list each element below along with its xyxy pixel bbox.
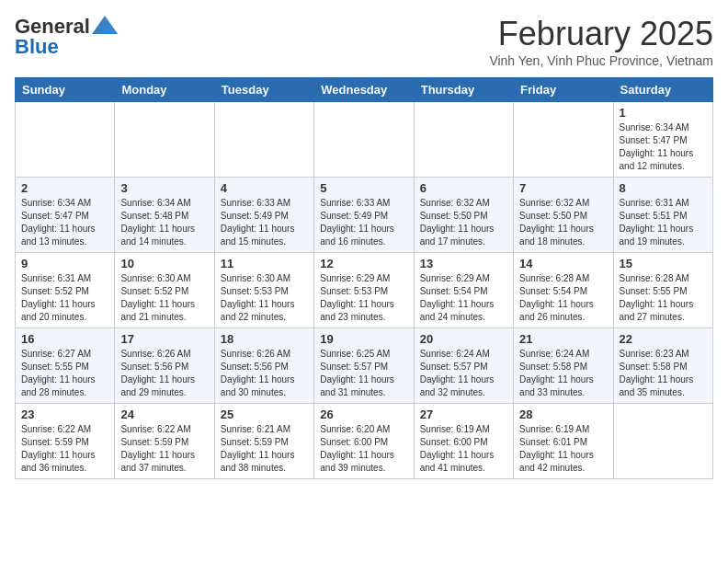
day-number: 17 xyxy=(120,332,208,346)
day-number: 2 xyxy=(21,181,108,195)
day-number: 10 xyxy=(120,257,208,270)
day-info: Sunrise: 6:32 AM Sunset: 5:50 PM Dayligh… xyxy=(519,197,607,248)
day-info: Sunrise: 6:26 AM Sunset: 5:56 PM Dayligh… xyxy=(120,348,208,399)
calendar-cell: 16Sunrise: 6:27 AM Sunset: 5:55 PM Dayli… xyxy=(16,328,115,404)
calendar-cell: 20Sunrise: 6:24 AM Sunset: 5:57 PM Dayli… xyxy=(414,328,513,404)
calendar-cell: 18Sunrise: 6:26 AM Sunset: 5:56 PM Dayli… xyxy=(214,328,313,404)
day-number: 14 xyxy=(519,257,607,270)
day-info: Sunrise: 6:19 AM Sunset: 6:00 PM Dayligh… xyxy=(420,423,507,475)
calendar-cell xyxy=(613,404,712,479)
weekday-header-saturday: Saturday xyxy=(613,78,712,102)
calendar-cell: 12Sunrise: 6:29 AM Sunset: 5:53 PM Dayli… xyxy=(314,253,414,328)
day-info: Sunrise: 6:25 AM Sunset: 5:57 PM Dayligh… xyxy=(320,348,407,399)
calendar-week-row: 2Sunrise: 6:34 AM Sunset: 5:47 PM Daylig… xyxy=(16,178,713,253)
day-info: Sunrise: 6:26 AM Sunset: 5:56 PM Dayligh… xyxy=(221,348,308,399)
logo: General Blue xyxy=(15,15,118,59)
calendar-table: SundayMondayTuesdayWednesdayThursdayFrid… xyxy=(15,77,713,479)
page-header: General Blue February 2025 Vinh Yen, Vin… xyxy=(15,15,713,68)
day-number: 13 xyxy=(420,257,507,270)
calendar-cell: 27Sunrise: 6:19 AM Sunset: 6:00 PM Dayli… xyxy=(414,404,513,479)
day-info: Sunrise: 6:31 AM Sunset: 5:51 PM Dayligh… xyxy=(620,197,707,248)
day-number: 1 xyxy=(620,106,707,120)
day-number: 12 xyxy=(320,257,407,270)
calendar-cell: 26Sunrise: 6:20 AM Sunset: 6:00 PM Dayli… xyxy=(314,404,414,479)
calendar-week-row: 16Sunrise: 6:27 AM Sunset: 5:55 PM Dayli… xyxy=(16,328,713,404)
calendar-cell: 1Sunrise: 6:34 AM Sunset: 5:47 PM Daylig… xyxy=(613,102,712,178)
day-info: Sunrise: 6:34 AM Sunset: 5:47 PM Dayligh… xyxy=(620,121,707,173)
weekday-header-sunday: Sunday xyxy=(16,78,115,102)
calendar-cell: 28Sunrise: 6:19 AM Sunset: 6:01 PM Dayli… xyxy=(514,404,613,479)
calendar-cell: 22Sunrise: 6:23 AM Sunset: 5:58 PM Dayli… xyxy=(613,328,712,404)
day-info: Sunrise: 6:24 AM Sunset: 5:58 PM Dayligh… xyxy=(519,348,607,399)
calendar-cell: 15Sunrise: 6:28 AM Sunset: 5:55 PM Dayli… xyxy=(613,253,712,328)
calendar-header-row: SundayMondayTuesdayWednesdayThursdayFrid… xyxy=(16,78,713,102)
weekday-header-monday: Monday xyxy=(115,78,214,102)
calendar-cell: 3Sunrise: 6:34 AM Sunset: 5:48 PM Daylig… xyxy=(115,178,214,253)
calendar-cell: 13Sunrise: 6:29 AM Sunset: 5:54 PM Dayli… xyxy=(414,253,513,328)
calendar-cell: 10Sunrise: 6:30 AM Sunset: 5:52 PM Dayli… xyxy=(115,253,214,328)
day-info: Sunrise: 6:34 AM Sunset: 5:47 PM Dayligh… xyxy=(21,197,108,248)
day-info: Sunrise: 6:32 AM Sunset: 5:50 PM Dayligh… xyxy=(420,197,507,248)
calendar-cell xyxy=(514,102,613,178)
day-number: 7 xyxy=(519,181,607,195)
day-info: Sunrise: 6:28 AM Sunset: 5:54 PM Dayligh… xyxy=(519,272,607,324)
weekday-header-thursday: Thursday xyxy=(414,78,513,102)
calendar-cell xyxy=(115,102,214,178)
weekday-header-friday: Friday xyxy=(514,78,613,102)
calendar-cell: 7Sunrise: 6:32 AM Sunset: 5:50 PM Daylig… xyxy=(514,178,613,253)
day-number: 20 xyxy=(420,332,507,346)
title-block: February 2025 Vinh Yen, Vinh Phuc Provin… xyxy=(489,15,713,68)
day-number: 28 xyxy=(519,408,607,421)
day-number: 27 xyxy=(420,408,507,421)
calendar-week-row: 1Sunrise: 6:34 AM Sunset: 5:47 PM Daylig… xyxy=(16,102,713,178)
calendar-week-row: 9Sunrise: 6:31 AM Sunset: 5:52 PM Daylig… xyxy=(16,253,713,328)
day-info: Sunrise: 6:27 AM Sunset: 5:55 PM Dayligh… xyxy=(21,348,108,399)
calendar-cell: 2Sunrise: 6:34 AM Sunset: 5:47 PM Daylig… xyxy=(16,178,115,253)
day-info: Sunrise: 6:33 AM Sunset: 5:49 PM Dayligh… xyxy=(320,197,407,248)
calendar-cell: 23Sunrise: 6:22 AM Sunset: 5:59 PM Dayli… xyxy=(16,404,115,479)
day-info: Sunrise: 6:19 AM Sunset: 6:01 PM Dayligh… xyxy=(519,423,607,475)
day-info: Sunrise: 6:33 AM Sunset: 5:49 PM Dayligh… xyxy=(221,197,308,248)
day-number: 6 xyxy=(420,181,507,195)
day-number: 15 xyxy=(620,257,707,270)
day-number: 23 xyxy=(21,408,108,421)
calendar-cell xyxy=(314,102,414,178)
logo-icon xyxy=(92,16,118,34)
calendar-cell: 17Sunrise: 6:26 AM Sunset: 5:56 PM Dayli… xyxy=(115,328,214,404)
weekday-header-wednesday: Wednesday xyxy=(314,78,414,102)
calendar-cell xyxy=(214,102,313,178)
calendar-cell: 21Sunrise: 6:24 AM Sunset: 5:58 PM Dayli… xyxy=(514,328,613,404)
calendar-cell xyxy=(16,102,115,178)
day-info: Sunrise: 6:34 AM Sunset: 5:48 PM Dayligh… xyxy=(120,197,208,248)
calendar-cell: 5Sunrise: 6:33 AM Sunset: 5:49 PM Daylig… xyxy=(314,178,414,253)
month-title: February 2025 xyxy=(489,15,713,53)
calendar-cell: 14Sunrise: 6:28 AM Sunset: 5:54 PM Dayli… xyxy=(514,253,613,328)
day-number: 8 xyxy=(620,181,707,195)
calendar-cell: 24Sunrise: 6:22 AM Sunset: 5:59 PM Dayli… xyxy=(115,404,214,479)
day-number: 16 xyxy=(21,332,108,346)
calendar-week-row: 23Sunrise: 6:22 AM Sunset: 5:59 PM Dayli… xyxy=(16,404,713,479)
day-number: 21 xyxy=(519,332,607,346)
day-number: 18 xyxy=(221,332,308,346)
calendar-cell xyxy=(414,102,513,178)
calendar-cell: 4Sunrise: 6:33 AM Sunset: 5:49 PM Daylig… xyxy=(214,178,313,253)
day-number: 22 xyxy=(620,332,707,346)
day-info: Sunrise: 6:21 AM Sunset: 5:59 PM Dayligh… xyxy=(221,423,308,475)
weekday-header-tuesday: Tuesday xyxy=(214,78,313,102)
day-number: 25 xyxy=(221,408,308,421)
calendar-cell: 8Sunrise: 6:31 AM Sunset: 5:51 PM Daylig… xyxy=(613,178,712,253)
day-info: Sunrise: 6:24 AM Sunset: 5:57 PM Dayligh… xyxy=(420,348,507,399)
day-info: Sunrise: 6:29 AM Sunset: 5:53 PM Dayligh… xyxy=(320,272,407,324)
calendar-cell: 25Sunrise: 6:21 AM Sunset: 5:59 PM Dayli… xyxy=(214,404,313,479)
day-number: 24 xyxy=(120,408,208,421)
logo-blue: Blue xyxy=(15,35,59,59)
day-number: 9 xyxy=(21,257,108,270)
day-number: 3 xyxy=(120,181,208,195)
day-info: Sunrise: 6:31 AM Sunset: 5:52 PM Dayligh… xyxy=(21,272,108,324)
day-info: Sunrise: 6:20 AM Sunset: 6:00 PM Dayligh… xyxy=(320,423,407,475)
day-info: Sunrise: 6:22 AM Sunset: 5:59 PM Dayligh… xyxy=(120,423,208,475)
calendar-cell: 19Sunrise: 6:25 AM Sunset: 5:57 PM Dayli… xyxy=(314,328,414,404)
calendar-cell: 9Sunrise: 6:31 AM Sunset: 5:52 PM Daylig… xyxy=(16,253,115,328)
day-number: 26 xyxy=(320,408,407,421)
day-info: Sunrise: 6:23 AM Sunset: 5:58 PM Dayligh… xyxy=(620,348,707,399)
